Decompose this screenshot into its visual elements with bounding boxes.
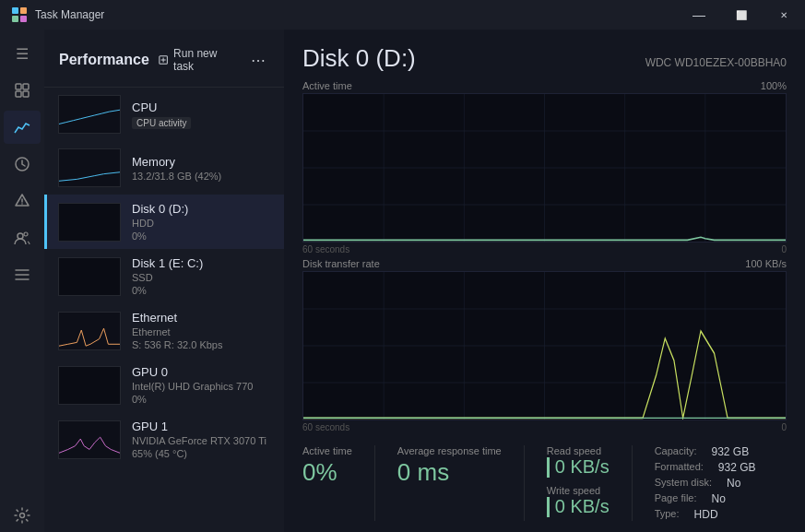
cpu-thumbnail [58,95,121,134]
systemdisk-value: No [727,477,740,490]
active-time-max: 100% [761,80,787,91]
transfer-rate-chart-section: Disk transfer rate 100 KB/s [302,258,787,432]
gpu0-sub: Intel(R) UHD Graphics 770 [132,381,273,392]
disk1-name: Disk 1 (E: C:) [132,256,273,270]
disk0-thumbnail [58,203,121,242]
svg-point-13 [24,232,28,236]
speed-stats: Read speed 0 KB/s Write speed 0 KB/s [547,445,633,521]
svg-point-17 [20,514,25,518]
active-time-stat-value: 0% [302,458,352,487]
pagefile-value-item: No [712,492,726,505]
systemdisk-label: System disk: [655,477,712,488]
svg-rect-3 [20,16,27,22]
stats-row: Active time 0% Average response time 0 m… [284,436,805,532]
formatted-label: Formatted: [655,461,704,472]
type-label: Type: [655,508,680,519]
title-bar-left: Task Manager [11,6,104,23]
window-title: Task Manager [35,8,104,21]
svg-rect-5 [23,84,29,89]
gpu0-thumbnail [58,366,121,405]
capacity-value-item: 932 GB [712,445,750,458]
disk-details: Capacity: 932 GB Formatted: 932 GB [655,445,787,521]
active-time-chart [302,93,787,242]
cpu-info: CPU CPU activity [132,100,273,129]
svg-rect-22 [59,258,120,295]
sidebar-item-cpu[interactable]: CPU CPU activity [44,88,284,141]
transfer-rate-zero: 0 [781,422,787,432]
svg-rect-4 [16,84,21,89]
sidebar: Performance Run new task ⋯ CPU CPU activ… [44,30,284,532]
disk1-sub2: 0% [132,285,273,296]
disk0-info: Disk 0 (D:) HDD 0% [132,202,273,242]
capacity-value: 932 GB [712,445,750,458]
svg-rect-23 [59,367,120,404]
disk-header: Disk 0 (D:) WDC WD10EZEX-00BBHA0 [284,30,805,80]
disk-model: WDC WD10EZEX-00BBHA0 [645,56,787,73]
hamburger-icon[interactable]: ☰ [4,37,41,70]
users-icon[interactable] [4,221,41,254]
memory-name: Memory [132,155,273,169]
capacity-item: Capacity: [655,445,697,458]
svg-rect-7 [23,91,29,97]
window-controls: — ⬜ ✕ [678,0,805,30]
detail-formatted-row: Formatted: 932 GB [655,461,787,474]
svg-rect-1 [20,7,27,14]
sidebar-item-memory[interactable]: Memory 13.2/31.8 GB (42%) [44,141,284,195]
more-options-button[interactable]: ⋯ [247,47,269,73]
gpu1-sub2: 65% (45 °C) [132,448,273,459]
sidebar-item-disk0[interactable]: Disk 0 (D:) HDD 0% [44,195,284,249]
gpu1-name: GPU 1 [132,420,273,433]
svg-rect-6 [16,91,21,97]
sidebar-item-ethernet[interactable]: Ethernet Ethernet S: 536 R: 32.0 Kbps [44,303,284,358]
detail-systemdisk-row: System disk: No [655,477,787,490]
write-speed-label: Write speed [547,485,610,496]
sidebar-item-gpu1[interactable]: GPU 1 NVIDIA GeForce RTX 3070 Ti 65% (45… [44,412,284,467]
ethernet-sub: Ethernet [132,326,273,337]
close-button[interactable]: ✕ [763,0,805,30]
active-time-chart-section: Active time 100% [302,80,787,254]
active-time-60s: 60 seconds [302,244,349,254]
sidebar-item-disk1[interactable]: Disk 1 (E: C:) SSD 0% [44,249,284,303]
read-speed-stat: Read speed 0 KB/s [547,445,610,478]
gpu0-sub2: 0% [132,394,273,405]
title-bar: Task Manager — ⬜ ✕ [0,0,805,30]
write-speed-indicator: 0 KB/s [547,496,610,517]
detail-type-row: Type: HDD [655,508,787,521]
processes-icon[interactable] [4,74,41,107]
avg-response-stat: Average response time 0 ms [397,445,525,521]
sidebar-header-actions: Run new task ⋯ [149,42,269,77]
sidebar-header: Performance Run new task ⋯ [44,30,284,88]
disk1-thumbnail [58,257,121,296]
read-speed-value: 0 KB/s [555,456,610,478]
run-new-task-label: Run new task [173,47,231,73]
transfer-rate-bottom: 60 seconds 0 [302,422,787,432]
gpu0-info: GPU 0 Intel(R) UHD Graphics 770 0% [132,365,273,405]
minimize-button[interactable]: — [678,0,720,30]
memory-thumbnail [58,148,121,187]
disk-title: Disk 0 (D:) [302,44,416,73]
restore-button[interactable]: ⬜ [720,0,763,30]
history-icon[interactable] [4,148,41,181]
details-icon[interactable] [4,258,41,291]
app-icon [11,6,28,23]
gpu0-name: GPU 0 [132,365,273,379]
formatted-value-item: 932 GB [718,461,756,474]
read-speed-label: Read speed [547,445,610,456]
transfer-rate-label: Disk transfer rate [302,258,380,269]
charts-area: Active time 100% [284,80,805,436]
type-item: Type: [655,508,680,521]
sidebar-item-gpu0[interactable]: GPU 0 Intel(R) UHD Graphics 770 0% [44,358,284,412]
detail-pagefile-row: Page file: No [655,492,787,505]
startup-icon[interactable] [4,184,41,218]
transfer-rate-chart [302,271,787,420]
svg-rect-21 [59,204,120,241]
performance-icon[interactable] [4,111,41,144]
run-new-task-button[interactable]: Run new task [149,42,240,77]
active-time-label: Active time [302,80,352,91]
systemdisk-item: System disk: [655,477,712,490]
gpu1-thumbnail [58,420,121,459]
icon-strip: ☰ [0,30,44,532]
svg-rect-2 [12,16,18,22]
svg-rect-0 [12,7,18,14]
settings-icon[interactable] [4,499,41,532]
